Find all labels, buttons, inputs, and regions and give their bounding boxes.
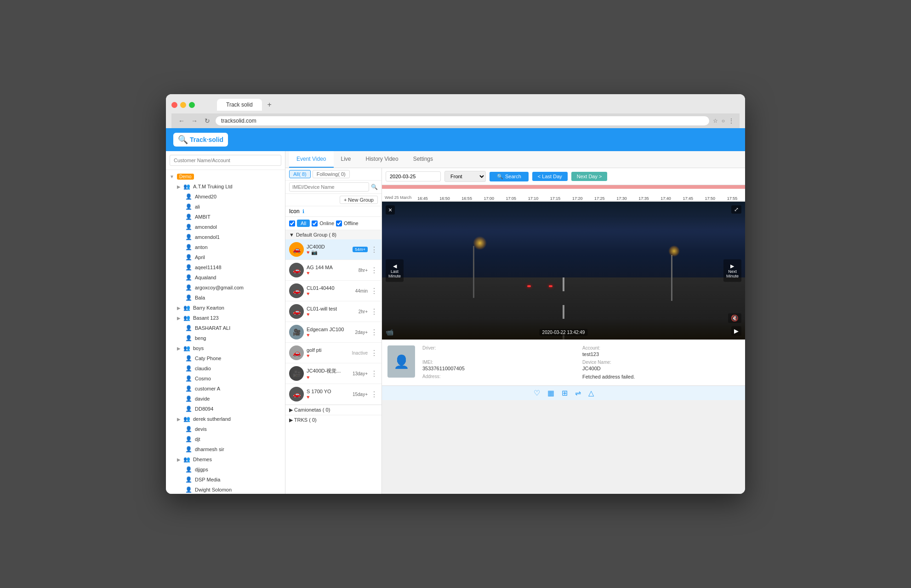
all-button[interactable]: All( 8) — [289, 170, 311, 178]
minimize-dot[interactable] — [180, 102, 186, 108]
tab-settings[interactable]: Settings — [406, 151, 440, 168]
date-input[interactable] — [386, 171, 441, 181]
tab-event-video[interactable]: Event Video — [289, 151, 334, 168]
more-button[interactable]: ⋮ — [370, 349, 378, 357]
sidebar-item-dwight[interactable]: 👤 Dwight Solomon — [166, 485, 285, 494]
video-play-button[interactable]: ▶ — [731, 326, 741, 336]
sidebar-item-cosmo[interactable]: 👤 Cosmo — [166, 373, 285, 384]
favorite-icon[interactable]: ♡ — [534, 389, 540, 397]
default-group-header[interactable]: ▼ Default Group ( 8) — [285, 230, 381, 239]
device-search-input[interactable] — [289, 182, 369, 192]
sidebar-item-davide[interactable]: 👤 davide — [166, 394, 285, 404]
sidebar-item-ambit[interactable]: 👤 AMBIT — [166, 212, 285, 222]
device-item-s1700[interactable]: 🚗 S 1700 YO ♥ 15day+ ⋮ — [285, 384, 381, 405]
sidebar-item-ahmed20[interactable]: 👤 Ahmed20 — [166, 192, 285, 202]
heart-icon: ♥ — [307, 374, 310, 380]
sidebar-item-bala[interactable]: 👤 Bala — [166, 293, 285, 303]
video-sound-button[interactable]: 🔇 — [728, 313, 741, 323]
refresh-button[interactable]: ↻ — [203, 117, 212, 124]
maximize-dot[interactable] — [189, 102, 195, 108]
sidebar-label: customer A — [195, 386, 220, 391]
search-button[interactable]: 🔍 Search — [490, 172, 529, 181]
more-button[interactable]: ⋮ — [370, 307, 378, 316]
sidebar-item-amcendol[interactable]: 👤 amcendol — [166, 222, 285, 232]
next-day-button[interactable]: Next Day > — [571, 172, 608, 181]
copy-icon[interactable]: ⊞ — [562, 389, 568, 397]
swap-icon[interactable]: ⇌ — [575, 389, 581, 397]
star-icon[interactable]: ☆ — [713, 118, 718, 124]
sidebar-item-dd8094[interactable]: 👤 DD8094 — [166, 404, 285, 414]
sidebar-item-claudio[interactable]: 👤 claudio — [166, 363, 285, 373]
new-group-button[interactable]: + New Group — [340, 196, 378, 204]
more-button[interactable]: ⋮ — [370, 287, 378, 295]
sidebar-item-aqeel[interactable]: 👤 aqeel11148 — [166, 262, 285, 272]
more-button[interactable]: ⋮ — [370, 245, 378, 254]
sidebar-item-derek[interactable]: ▶ 👥 derek sutherland — [166, 414, 285, 424]
device-name: CL01-40440 — [307, 285, 353, 291]
menu-icon[interactable]: ⋮ — [729, 118, 734, 124]
timeline-scroll[interactable]: Wed 25 March 16:45 16:50 16:55 17:00 17:… — [382, 185, 745, 202]
sidebar-item-basharat[interactable]: 👤 BASHARAT ALI — [166, 323, 285, 333]
alert-icon[interactable]: △ — [588, 389, 594, 397]
sidebar-item-dhemes[interactable]: ▶ 👥 Dhemes — [166, 454, 285, 464]
device-item-ag144[interactable]: 🚗 AG 144 MA ♥ 8hr+ ⋮ — [285, 260, 381, 281]
sidebar-item-april[interactable]: 👤 April — [166, 252, 285, 262]
sidebar-item-argox[interactable]: 👤 argoxcoy@gmail.com — [166, 283, 285, 293]
search-icon[interactable]: 🔍 — [371, 184, 378, 190]
sidebar-item-djt[interactable]: 👤 djt — [166, 434, 285, 444]
more-button[interactable]: ⋮ — [370, 390, 378, 399]
tab-history-video[interactable]: History Video — [359, 151, 406, 168]
close-dot[interactable] — [171, 102, 177, 108]
more-button[interactable]: ⋮ — [370, 328, 378, 337]
sidebar-item-amcendol1[interactable]: 👤 amcendol1 — [166, 232, 285, 242]
new-tab-button[interactable]: + — [264, 99, 275, 111]
sidebar-item-demo[interactable]: ▼ Demo — [166, 172, 285, 181]
sidebar-item-basant[interactable]: ▶ 👥 Basant 123 — [166, 313, 285, 323]
sidebar-tree[interactable]: ▼ Demo ▶ 👥 A.T.M Truking Ltd 👤 Ahmed20 — [166, 170, 285, 494]
forward-button[interactable]: → — [190, 117, 199, 124]
video-next-button[interactable]: ▶ NextMinute — [723, 260, 741, 282]
video-expand-button[interactable]: ⤢ — [731, 205, 741, 214]
sidebar-item-anton[interactable]: 👤 anton — [166, 242, 285, 252]
address-input[interactable] — [216, 116, 709, 125]
sidebar-item-dsp[interactable]: 👤 DSP Media — [166, 475, 285, 485]
sidebar-item-beng[interactable]: 👤 beng — [166, 333, 285, 343]
video-prev-button[interactable]: ◀ LastMinute — [386, 260, 404, 282]
offline-checkbox[interactable] — [336, 220, 342, 226]
camera-select[interactable]: Front — [444, 171, 486, 182]
sidebar-item-devis[interactable]: 👤 devis — [166, 424, 285, 434]
sidebar-item-atm[interactable]: ▶ 👥 A.T.M Truking Ltd — [166, 181, 285, 192]
device-item-cl01-40440[interactable]: 🚗 CL01-40440 ♥ 44min ⋮ — [285, 281, 381, 301]
more-button[interactable]: ⋮ — [370, 266, 378, 275]
sidebar-item-ali[interactable]: 👤 ali — [166, 202, 285, 212]
sidebar-item-boys[interactable]: ▶ 👥 boys — [166, 343, 285, 353]
sidebar-item-djjgps[interactable]: 👤 djjgps — [166, 464, 285, 475]
device-item-edgecam[interactable]: 🎥 Edgecam JC100 ♥ 2day+ ⋮ — [285, 322, 381, 343]
all-filter-button[interactable]: All — [297, 220, 310, 227]
last-day-button[interactable]: < Last Day — [532, 172, 568, 181]
video-player: × ⤢ ◀ LastMinute ▶ NextMinute � — [382, 202, 745, 339]
tab-live[interactable]: Live — [334, 151, 359, 168]
all-checkbox[interactable] — [289, 220, 295, 226]
camionetas-group[interactable]: ▶ Camionetas ( 0) — [285, 405, 381, 415]
online-checkbox[interactable] — [312, 220, 318, 226]
sidebar-item-dharmesh[interactable]: 👤 dharmesh sir — [166, 444, 285, 454]
user-icon: 👤 — [185, 193, 192, 200]
sidebar-item-customer-a[interactable]: 👤 customer A — [166, 384, 285, 394]
device-item-jc400d[interactable]: 🚗 JC400D ♥ 📷 54m+ ⋮ — [285, 239, 381, 260]
sidebar-item-caty[interactable]: 👤 Caty Phone — [166, 353, 285, 363]
more-button[interactable]: ⋮ — [370, 369, 378, 378]
customer-search-input[interactable] — [170, 155, 281, 166]
sidebar-item-barry[interactable]: ▶ 👥 Barry Kearton — [166, 303, 285, 313]
video-close-button[interactable]: × — [386, 205, 395, 215]
device-item-golf[interactable]: 🚗 golf pti ♥ Inactive ⋮ — [285, 343, 381, 363]
device-item-cl01-will[interactable]: 🚗 CL01-will test ♥ 2hr+ ⋮ — [285, 301, 381, 322]
device-item-jc400d-vision[interactable]: 🎥 JC400D-视觉... ♥ 13day+ ⋮ — [285, 363, 381, 384]
user-icon[interactable]: ○ — [722, 118, 725, 124]
back-button[interactable]: ← — [177, 117, 186, 124]
active-tab[interactable]: Track solid — [217, 99, 262, 111]
sidebar-item-aqualand[interactable]: 👤 Aqualand — [166, 272, 285, 283]
grid-icon[interactable]: ▦ — [547, 389, 554, 397]
trks-group[interactable]: ▶ TRKS ( 0) — [285, 415, 381, 425]
following-button[interactable]: Following( 0) — [313, 170, 350, 178]
